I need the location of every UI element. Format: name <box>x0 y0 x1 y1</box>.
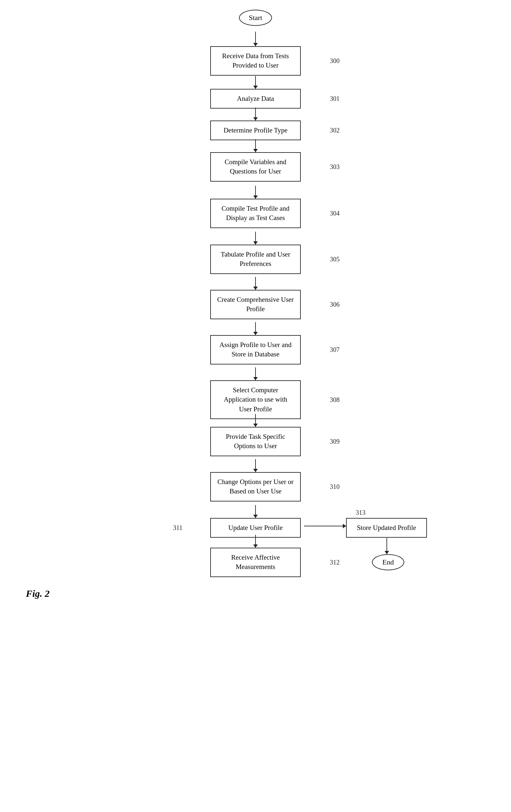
box-301: Analyze Data <box>210 89 301 109</box>
node-302: Determine Profile Type 302 <box>207 120 304 140</box>
label-307: 307 <box>330 346 340 353</box>
box-310: Change Options per User or Based on User… <box>210 472 301 501</box>
arrow-310-311 <box>255 505 256 518</box>
arrow-300-301 <box>255 76 256 89</box>
arrow-304-305 <box>255 232 256 244</box>
box-305: Tabulate Profile and User Preferences <box>210 244 301 274</box>
node-312: Receive Affective Measurements 312 <box>207 548 304 577</box>
node-304: Compile Test Profile and Display as Test… <box>207 199 304 228</box>
end-node: End <box>362 554 414 570</box>
node-305: Tabulate Profile and User Preferences 30… <box>207 244 304 274</box>
arrow-307-308 <box>255 367 256 380</box>
arrow-305-306 <box>255 277 256 290</box>
diagram-container: Start Receive Data from Tests Provided t… <box>0 0 511 812</box>
start-label: Start <box>249 13 262 22</box>
label-310: 310 <box>330 483 340 491</box>
box-303: Compile Variables and Questions for User <box>210 152 301 182</box>
label-300: 300 <box>330 57 340 65</box>
arrow-start-300 <box>255 32 256 46</box>
label-312: 312 <box>330 559 340 566</box>
box-309: Provide Task Specific Options to User <box>210 427 301 456</box>
fig-label: Fig. 2 <box>26 588 50 599</box>
box-304: Compile Test Profile and Display as Test… <box>210 199 301 228</box>
label-302: 302 <box>330 127 340 134</box>
arrow-313-end <box>386 538 387 554</box>
box-306: Create Comprehensive User Profile <box>210 290 301 319</box>
node-300: Receive Data from Tests Provided to User… <box>207 46 304 76</box>
label-303: 303 <box>330 163 340 171</box>
arrow-311-312 <box>255 535 256 548</box>
label-311: 311 <box>173 524 182 531</box>
box-300: Receive Data from Tests Provided to User <box>210 46 301 76</box>
node-307: Assign Profile to User and Store in Data… <box>207 335 304 365</box>
label-304: 304 <box>330 210 340 217</box>
node-310: Change Options per User or Based on User… <box>207 472 304 501</box>
arrow-303-304 <box>255 186 256 199</box>
arrow-301-302 <box>255 108 256 120</box>
node-308: Select Computer Application to use with … <box>207 380 304 419</box>
node-309: Provide Task Specific Options to User 30… <box>207 427 304 456</box>
node-303: Compile Variables and Questions for User… <box>207 152 304 182</box>
arrow-311-313 <box>304 526 346 526</box>
box-308: Select Computer Application to use with … <box>210 380 301 419</box>
label-301: 301 <box>330 95 340 103</box>
label-313: 313 <box>356 509 366 516</box>
label-309: 309 <box>330 438 340 445</box>
end-label: End <box>382 558 394 566</box>
box-312: Receive Affective Measurements <box>210 548 301 577</box>
end-oval: End <box>372 554 404 570</box>
arrow-302-303 <box>255 139 256 152</box>
label-305: 305 <box>330 256 340 263</box>
arrow-308-309 <box>255 414 256 427</box>
start-oval: Start <box>239 10 272 26</box>
node-313: Store Updated Profile <box>346 518 427 538</box>
node-306: Create Comprehensive User Profile 306 <box>207 290 304 319</box>
label-306: 306 <box>330 301 340 308</box>
box-313: Store Updated Profile <box>346 518 427 538</box>
label-308: 308 <box>330 396 340 404</box>
start-node: Start <box>207 10 304 26</box>
arrow-306-307 <box>255 322 256 335</box>
box-307: Assign Profile to User and Store in Data… <box>210 335 301 365</box>
node-301: Analyze Data 301 <box>207 89 304 109</box>
arrow-309-310 <box>255 459 256 472</box>
box-302: Determine Profile Type <box>210 120 301 140</box>
